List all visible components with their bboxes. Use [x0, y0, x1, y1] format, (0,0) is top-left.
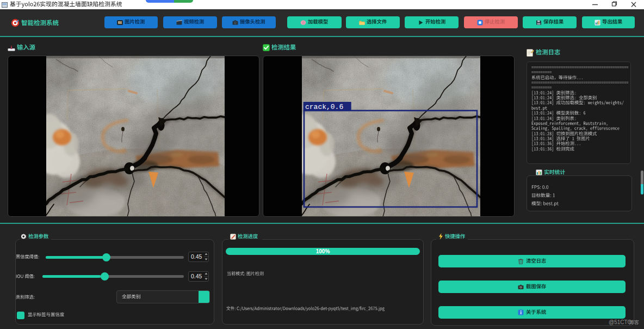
svg-text:crack,0.6: crack,0.6 [305, 103, 343, 111]
